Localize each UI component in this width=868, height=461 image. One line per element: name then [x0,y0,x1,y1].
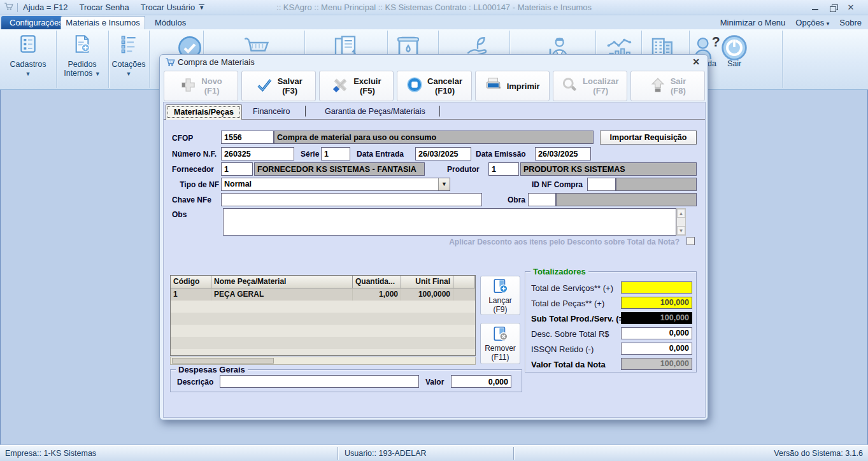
tab-materiais-insumos[interactable]: Materiais e Insumos [60,16,145,29]
ribbon-item-cadastros[interactable]: Cadastros▼ [0,60,56,78]
check-icon [255,76,273,96]
table-row-empty[interactable] [171,337,475,349]
col-nome[interactable]: Nome Peça/Material [211,276,353,288]
table-row[interactable]: 1 PEÇA GERAL 1,000 100,0000 [171,288,475,301]
menu-ajuda[interactable]: Ajuda = F12 [23,3,68,12]
despesas-gerais-title: Despesas Gerais [176,365,248,374]
printer-icon [485,76,502,96]
application-window: Ajuda = F12 Trocar Senha Trocar Usuário … [0,0,868,461]
col-unit-final[interactable]: Unit Final [401,276,453,288]
numero-nf-input[interactable]: 260325 [221,147,294,160]
lancar-button[interactable]: Lançar (F9) [480,276,520,315]
ribbon-item-cotacoes[interactable]: Cotações▼ [107,60,150,78]
minimize-button[interactable] [809,3,821,12]
total-servicos-field[interactable] [621,281,692,294]
issqn-label: ISSQN Retido (-) [531,344,594,354]
aplicar-desconto-checkbox[interactable] [687,237,695,245]
valor-label: Valor [425,378,444,387]
ribbon-item-sair[interactable]: Sair [716,59,753,68]
tipo-nf-select[interactable]: Normal ▼ [221,178,450,191]
dialog-toolbar: Novo(F1) Salvar(F3) Excluir(F5) Cancelar… [164,71,705,101]
doc-plus-icon [492,278,509,296]
sobre-link[interactable]: Sobre [839,18,862,27]
total-pecas-label: Total de Peças** (+) [531,299,604,308]
issqn-field[interactable]: 0,000 [621,343,692,355]
svg-text:?: ? [712,35,720,49]
total-servicos-label: Total de Serviços** (+) [531,283,613,293]
id-nf-compra-label: ID NF Compra [532,180,583,189]
excluir-button[interactable]: Excluir(F5) [319,71,394,101]
window-title: :: KSAgro :: Menu Principal :: KS Sistem… [276,3,592,12]
tab-modulos[interactable]: Módulos [155,18,186,27]
ribbon-item-pedidos-internos[interactable]: Pedidos Internos ▼ [60,60,104,78]
localizar-button[interactable]: Localizar(F7) [553,71,627,101]
chave-nfe-input[interactable] [221,193,482,206]
chevron-down-icon[interactable]: ▼ [199,4,204,10]
tipo-nf-label: Tipo de NF [172,180,219,189]
dialog-tab-materiais-pecas[interactable]: Materiais/Peças [166,104,242,120]
fornecedor-label: Fornecedor [172,165,214,174]
fornecedor-code-input[interactable]: 1 [221,162,253,176]
salvar-button[interactable]: Salvar(F3) [241,71,316,101]
chave-nfe-label: Chave NFe [172,195,211,204]
produtor-code-input[interactable]: 1 [488,162,519,176]
data-emissao-input[interactable]: 26/03/2025 [535,147,591,160]
close-button[interactable]: ✕ [845,3,857,12]
valor-input[interactable]: 0,000 [451,375,511,388]
novo-button[interactable]: Novo(F1) [164,71,238,101]
remover-button[interactable]: Remover (F11) [480,323,520,364]
scroll-down-icon[interactable]: ▼ [677,226,685,235]
total-pecas-field[interactable]: 100,000 [621,297,692,309]
col-codigo[interactable]: Código [171,276,211,288]
valor-total-label: Valor Total da Nota [531,360,606,369]
titlebar-separator [17,3,18,12]
imprimir-button[interactable]: Imprimir [475,71,550,101]
obra-code-input[interactable] [528,193,556,206]
app-icon [4,2,13,13]
dialog-tab-garantia[interactable]: Garantia de Peças/Materiais [325,107,425,116]
desconto-total-field[interactable]: 0,000 [621,327,692,339]
dialog-titlebar: Compra de Materiais ✕ [160,55,708,69]
status-versao: Versão do Sistema: 3.1.6 [774,449,863,458]
cancelar-button[interactable]: Cancelar(F10) [397,71,471,101]
dialog-tab-financeiro[interactable]: Financeiro [253,107,290,116]
menu-trocar-senha[interactable]: Trocar Senha [79,3,129,12]
opcoes-link[interactable]: Opções ▾ [795,18,829,27]
despesas-gerais-groupbox: Despesas Gerais Descrição Valor 0,000 [170,369,522,392]
chevron-down-icon: ▼ [126,71,132,77]
table-row-empty[interactable] [171,325,475,337]
scroll-up-icon[interactable]: ▲ [677,209,685,218]
chevron-down-icon[interactable]: ▼ [438,178,450,190]
produtor-name-field: PRODUTOR KS SISTEMAS [520,162,697,176]
table-row-empty[interactable] [171,313,475,325]
minimizar-menu-link[interactable]: Minimizar o Menu [720,18,786,27]
cfop-input[interactable]: 1556 [221,131,274,144]
tab-separator [439,106,440,117]
ribbon-divider [56,31,57,88]
menu-trocar-usuario[interactable]: Trocar Usuário [141,3,195,12]
dialog-close-icon[interactable]: ✕ [692,57,700,67]
table-row-empty[interactable] [171,301,475,313]
serie-input[interactable]: 1 [321,147,350,160]
hscroll-thumb[interactable] [172,358,274,364]
chevron-down-icon: ▼ [95,71,101,77]
data-entrada-label: Data Entrada [357,150,404,159]
serie-label: Série [301,150,319,159]
importar-requisicao-button[interactable]: Importar Requisição [600,131,697,145]
status-separator [513,447,514,460]
aplicar-desconto-label: Aplicar Desconto aos itens pelo Desconto… [399,238,679,246]
items-table: Código Nome Peça/Material Quantida... Un… [170,275,476,356]
obra-label: Obra [508,195,525,204]
obs-textarea[interactable] [223,208,676,236]
data-entrada-input[interactable]: 26/03/2025 [415,147,471,160]
tab-separator [305,106,306,117]
restore-button[interactable] [827,3,839,12]
sair-dialog-button[interactable]: Sair(F8) [630,71,705,101]
table-hscrollbar[interactable] [170,357,476,365]
col-quantidade[interactable]: Quantida... [353,276,401,288]
table-row-empty[interactable] [171,349,475,356]
descricao-input[interactable] [220,375,419,388]
obs-scrollbar[interactable]: ▲ ▼ [676,208,686,236]
id-nf-compra-input[interactable] [587,178,616,191]
status-separator [338,447,338,460]
